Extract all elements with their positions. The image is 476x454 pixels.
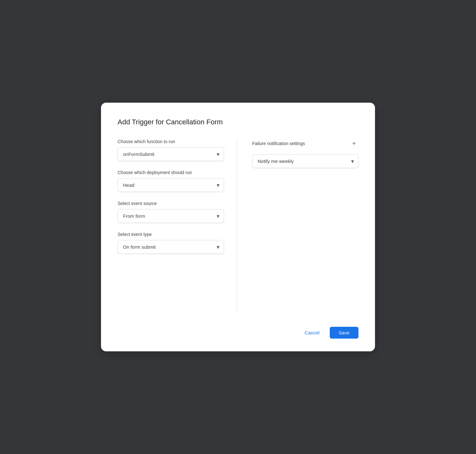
deployment-field-group: Choose which deployment should run Head … [118, 170, 224, 192]
event-type-field-group: Select event type On form submit On open… [118, 232, 224, 254]
function-select-wrapper: onFormSubmit onOpen onEdit ▾ [118, 147, 224, 161]
add-notification-button[interactable]: + [350, 139, 358, 148]
function-label: Choose which function to run [118, 139, 224, 144]
deployment-select[interactable]: Head Latest [118, 178, 224, 192]
function-field-group: Choose which function to run onFormSubmi… [118, 139, 224, 161]
right-panel: Failure notification settings + Notify m… [237, 139, 359, 311]
deployment-select-wrapper: Head Latest ▾ [118, 178, 224, 192]
dialog-footer: Cancel Save [118, 322, 358, 339]
dialog-title: Add Trigger for Cancellation Form [118, 118, 358, 126]
notify-select[interactable]: Notify me weekly Notify me daily Notify … [252, 154, 359, 168]
cancel-button[interactable]: Cancel [298, 327, 326, 339]
notify-select-wrapper: Notify me weekly Notify me daily Notify … [252, 154, 359, 168]
event-type-select-wrapper: On form submit On open ▾ [118, 240, 224, 254]
dialog-container: Add Trigger for Cancellation Form Choose… [101, 103, 375, 351]
event-type-label: Select event type [118, 232, 224, 237]
failure-notification-title: Failure notification settings [252, 141, 305, 146]
event-source-field-group: Select event source From form From sprea… [118, 201, 224, 223]
modal-overlay: Add Trigger for Cancellation Form Choose… [0, 0, 476, 454]
event-type-select[interactable]: On form submit On open [118, 240, 224, 254]
left-panel: Choose which function to run onFormSubmi… [118, 139, 237, 311]
event-source-label: Select event source [118, 201, 224, 206]
save-button[interactable]: Save [330, 327, 358, 339]
event-source-select[interactable]: From form From spreadsheet Time-driven [118, 209, 224, 223]
deployment-label: Choose which deployment should run [118, 170, 224, 175]
function-select[interactable]: onFormSubmit onOpen onEdit [118, 147, 224, 161]
dialog-body: Choose which function to run onFormSubmi… [118, 139, 358, 311]
right-panel-header: Failure notification settings + [252, 139, 359, 148]
event-source-select-wrapper: From form From spreadsheet Time-driven ▾ [118, 209, 224, 223]
